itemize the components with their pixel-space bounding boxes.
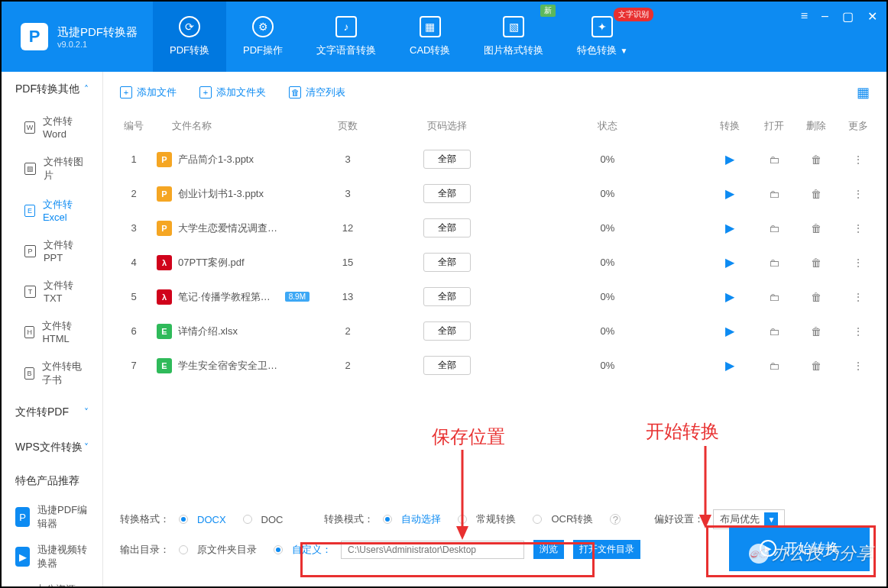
tab-pdf-operate[interactable]: ⚙ PDF操作 bbox=[226, 2, 300, 72]
more-button[interactable]: ⋮ bbox=[837, 325, 879, 338]
open-button[interactable]: 🗀 bbox=[753, 153, 795, 166]
more-button[interactable]: ⋮ bbox=[837, 222, 879, 234]
cell-pages: 3 bbox=[310, 153, 386, 165]
col-num: 编号 bbox=[111, 119, 157, 133]
radio-normal[interactable] bbox=[458, 515, 467, 524]
page-select-button[interactable]: 全部 bbox=[423, 150, 471, 169]
start-convert-button[interactable]: ▶ 开始转换 bbox=[729, 525, 870, 571]
more-button[interactable]: ⋮ bbox=[837, 291, 879, 303]
add-file-button[interactable]: +添加文件 bbox=[120, 86, 177, 99]
sidebar-item-image[interactable]: ▧文件转图片 bbox=[2, 147, 102, 190]
table-header: 编号 文件名称 页数 页码选择 状态 转换 打开 删除 更多 bbox=[103, 113, 886, 142]
radio-docx[interactable] bbox=[179, 515, 188, 524]
sidebar-item-word[interactable]: W文件转Word bbox=[2, 107, 102, 147]
sidebar-section-wps[interactable]: WPS文件转换 ˅ bbox=[2, 430, 102, 465]
file-name: 学生安全宿舍安全卫生检查表… bbox=[178, 359, 281, 373]
open-dir-button[interactable]: 打开文件目录 bbox=[573, 540, 640, 559]
more-button[interactable]: ⋮ bbox=[837, 257, 879, 269]
app-name: 迅捷PDF转换器 bbox=[57, 25, 138, 40]
convert-button[interactable]: ▶ bbox=[707, 152, 753, 166]
open-button[interactable]: 🗀 bbox=[753, 188, 795, 200]
convert-button[interactable]: ▶ bbox=[707, 324, 753, 338]
tab-cad[interactable]: ▦ CAD转换 bbox=[393, 2, 467, 72]
cell-status: 0% bbox=[508, 291, 707, 302]
file-icon: λ bbox=[157, 255, 172, 270]
sidebar-item-txt[interactable]: T文件转TXT bbox=[2, 271, 102, 312]
tab-special[interactable]: 文字识别 ✦ 特色转换▼ bbox=[560, 2, 644, 72]
cell-num: 4 bbox=[111, 257, 157, 268]
output-label: 输出目录： bbox=[120, 543, 170, 557]
cell-name: E 详情介绍.xlsx bbox=[157, 324, 310, 339]
add-folder-button[interactable]: 添加文件夹 bbox=[199, 86, 266, 99]
more-button[interactable]: ⋮ bbox=[837, 188, 879, 200]
convert-button[interactable]: ▶ bbox=[707, 186, 753, 201]
page-select-button[interactable]: 全部 bbox=[423, 287, 471, 306]
cell-status: 0% bbox=[508, 360, 707, 371]
tab-text-voice[interactable]: ♪ 文字语音转换 bbox=[300, 2, 393, 72]
minimize-icon[interactable]: – bbox=[822, 9, 828, 24]
audio-icon: ♪ bbox=[335, 16, 357, 37]
close-icon[interactable]: ✕ bbox=[867, 9, 877, 24]
page-select-button[interactable]: 全部 bbox=[423, 184, 471, 203]
page-select-button[interactable]: 全部 bbox=[423, 321, 471, 341]
app-logo-icon: P bbox=[21, 23, 48, 50]
delete-button[interactable]: 🗑 bbox=[795, 153, 837, 166]
page-select-button[interactable]: 全部 bbox=[423, 356, 471, 375]
view-toggle[interactable]: ▦ bbox=[857, 84, 870, 101]
delete-button[interactable]: 🗑 bbox=[795, 188, 837, 200]
delete-button[interactable]: 🗑 bbox=[795, 257, 837, 269]
header-tabs: ⟳ PDF转换 ⚙ PDF操作 ♪ 文字语音转换 ▦ CAD转换 新 ▧ 图片格… bbox=[153, 2, 644, 72]
sidebar-section-pdf-other[interactable]: PDF转换其他 ˄ bbox=[2, 72, 102, 107]
table-body: 1 P 产品简介1-3.pptx 3 全部 0% ▶ 🗀 🗑 ⋮ 2 P 创业计… bbox=[103, 142, 886, 383]
chevron-down-icon: ˅ bbox=[84, 407, 89, 418]
sidebar-item-excel[interactable]: E文件转Excel bbox=[2, 190, 102, 231]
col-more: 更多 bbox=[837, 119, 879, 133]
convert-button[interactable]: ▶ bbox=[707, 289, 753, 304]
clear-list-button[interactable]: 🗑清空列表 bbox=[289, 86, 345, 99]
open-button[interactable]: 🗀 bbox=[753, 360, 795, 372]
cell-num: 2 bbox=[111, 188, 157, 199]
tab-image-format[interactable]: 新 ▧ 图片格式转换 bbox=[467, 2, 560, 72]
cell-num: 6 bbox=[111, 325, 157, 337]
page-select-button[interactable]: 全部 bbox=[423, 253, 471, 272]
path-input[interactable] bbox=[341, 541, 524, 559]
convert-button[interactable]: ▶ bbox=[707, 358, 753, 373]
promo-video[interactable]: ▶迅捷视频转换器 bbox=[2, 537, 102, 577]
header: P 迅捷PDF转换器 v9.0.2.1 ⟳ PDF转换 ⚙ PDF操作 ♪ 文字… bbox=[2, 2, 886, 72]
convert-button[interactable]: ▶ bbox=[707, 221, 753, 235]
format-label: 转换格式： bbox=[120, 512, 170, 526]
menu-icon[interactable]: ≡ bbox=[801, 9, 808, 24]
more-button[interactable]: ⋮ bbox=[837, 360, 879, 372]
open-button[interactable]: 🗀 bbox=[753, 325, 795, 338]
delete-button[interactable]: 🗑 bbox=[795, 222, 837, 234]
radio-ocr[interactable] bbox=[533, 515, 542, 524]
sidebar-item-ebook[interactable]: B文件转电子书 bbox=[2, 352, 102, 395]
help-icon[interactable]: ? bbox=[610, 514, 621, 525]
page-select-button[interactable]: 全部 bbox=[423, 218, 471, 237]
open-button[interactable]: 🗀 bbox=[753, 257, 795, 269]
convert-button[interactable]: ▶ bbox=[707, 255, 753, 270]
txt-icon: T bbox=[24, 286, 36, 298]
open-button[interactable]: 🗀 bbox=[753, 291, 795, 303]
promo-ppt[interactable]: P办公资源PPT模板 bbox=[2, 577, 102, 588]
sidebar-item-ppt[interactable]: P文件转PPT bbox=[2, 231, 102, 271]
chevron-down-icon: ▼ bbox=[764, 512, 778, 526]
maximize-icon[interactable]: ▢ bbox=[842, 9, 854, 24]
cell-name: P 产品简介1-3.pptx bbox=[157, 152, 310, 167]
radio-orig-dir[interactable] bbox=[179, 545, 188, 554]
promo-pdf-editor[interactable]: P迅捷PDF编辑器 bbox=[2, 497, 102, 537]
radio-auto[interactable] bbox=[383, 515, 392, 524]
browse-button[interactable]: 浏览 bbox=[533, 540, 564, 559]
radio-doc[interactable] bbox=[243, 515, 252, 524]
tab-pdf-convert[interactable]: ⟳ PDF转换 bbox=[153, 2, 226, 72]
sidebar-item-html[interactable]: H文件转HTML bbox=[2, 312, 102, 352]
open-button[interactable]: 🗀 bbox=[753, 222, 795, 234]
delete-button[interactable]: 🗑 bbox=[795, 325, 837, 338]
delete-button[interactable]: 🗑 bbox=[795, 291, 837, 303]
radio-custom-dir[interactable] bbox=[274, 545, 283, 554]
delete-button[interactable]: 🗑 bbox=[795, 360, 837, 372]
pdf-editor-icon: P bbox=[15, 507, 30, 527]
more-button[interactable]: ⋮ bbox=[837, 153, 879, 166]
sidebar-section-to-pdf[interactable]: 文件转PDF ˅ bbox=[2, 395, 102, 430]
annotation-start-label: 开始转换 bbox=[646, 419, 719, 444]
